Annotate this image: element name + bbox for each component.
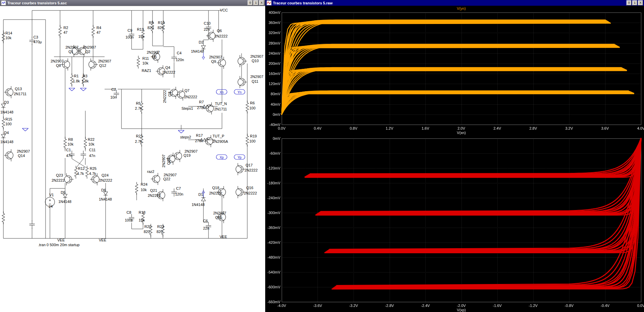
schematic-label[interactable]: C4: [177, 51, 181, 55]
schematic-label[interactable]: Q10: [252, 59, 259, 63]
schematic-label[interactable]: 100n: [125, 35, 134, 39]
schematic-label[interactable]: 2N2907: [162, 154, 166, 167]
schematic-label[interactable]: D2: [199, 40, 203, 44]
schematic-label[interactable]: 24: [49, 204, 53, 208]
schematic-label[interactable]: raz2: [147, 170, 154, 174]
schematic-label[interactable]: 15k: [138, 34, 144, 38]
schematic-label[interactable]: R12: [78, 166, 85, 171]
schematic-label[interactable]: 47n: [66, 154, 72, 158]
schematic-label[interactable]: V1: [49, 193, 54, 197]
schematic-label[interactable]: 10k: [142, 61, 148, 65]
schematic-label[interactable]: 820: [157, 230, 163, 234]
schematic-label[interactable]: 2N2905A: [213, 139, 228, 144]
schematic-label[interactable]: .tran 0 500m 20m startup: [38, 243, 80, 247]
minimize-button[interactable]: 0: [626, 0, 632, 5]
schematic-label[interactable]: R2: [63, 26, 68, 30]
schematic-label[interactable]: 820: [158, 26, 164, 30]
schematic-label[interactable]: 1N4148: [99, 197, 112, 201]
schematic-label[interactable]: 47: [63, 30, 67, 34]
waveform-pane-top[interactable]: [265, 6, 644, 135]
schematic-label[interactable]: VEE: [57, 238, 65, 242]
schematic-label[interactable]: 2N1711: [14, 92, 27, 96]
schematic-label[interactable]: Q1: [68, 50, 74, 54]
schematic-label[interactable]: R1: [74, 74, 79, 78]
schematic-label[interactable]: Q9: [211, 59, 216, 63]
schematic-label[interactable]: R22: [88, 137, 94, 141]
schematic-label[interactable]: R23: [157, 225, 164, 229]
schematic-label[interactable]: 1.8k: [82, 79, 89, 83]
schematic-label[interactable]: R9: [149, 21, 153, 25]
schematic-label[interactable]: 2N2907: [250, 75, 263, 79]
schematic-label[interactable]: R25: [90, 166, 96, 171]
schematic-canvas[interactable]: XnYnXpYpR1410kC3470µR247R447C9100nR1315k…: [0, 6, 265, 312]
net-flag[interactable]: Yp: [237, 156, 242, 159]
schematic-label[interactable]: D5: [61, 190, 65, 194]
schematic-label[interactable]: 270k: [195, 139, 203, 143]
schematic-label[interactable]: C2: [111, 87, 116, 92]
schematic-label[interactable]: TUT_P: [213, 134, 224, 138]
schematic-label[interactable]: 4.7k: [89, 172, 96, 176]
schematic-label[interactable]: Q15: [215, 215, 222, 219]
schematic-label[interactable]: D4: [4, 131, 9, 135]
schematic-label[interactable]: R4: [96, 26, 101, 30]
schematic-label[interactable]: D3: [4, 100, 9, 104]
schematic-label[interactable]: C1: [66, 148, 71, 152]
schematic-label[interactable]: 120n: [176, 58, 184, 62]
minimize-button[interactable]: 0: [248, 0, 253, 5]
net-flag[interactable]: Xn: [220, 90, 224, 94]
schematic-label[interactable]: Q7: [185, 88, 190, 93]
schematic-label[interactable]: 10k: [5, 36, 11, 40]
schematic-label[interactable]: 2N2222: [215, 34, 228, 38]
schematic-label[interactable]: 120n: [175, 192, 183, 196]
schematic-label[interactable]: Q5: [152, 55, 157, 59]
waveform-titlebar[interactable]: Traceur courbes transistors 5.raw 0 1 X: [265, 0, 644, 6]
schematic-label[interactable]: R8: [68, 137, 73, 141]
schematic-label[interactable]: 22n: [204, 27, 210, 31]
schematic-label[interactable]: 1N4148: [192, 203, 205, 207]
schematic-label[interactable]: Q16: [246, 186, 253, 190]
schematic-label[interactable]: Q22: [163, 177, 170, 181]
schematic-label[interactable]: R10: [158, 21, 165, 25]
schematic-label[interactable]: R21: [136, 134, 143, 138]
maximize-button[interactable]: 1: [253, 0, 258, 5]
schematic-label[interactable]: Q23: [56, 173, 63, 177]
schematic-label[interactable]: 2N2907: [51, 59, 64, 63]
schematic-label[interactable]: 2N2222: [52, 178, 65, 182]
schematic-label[interactable]: Q13: [15, 87, 22, 91]
schematic-label[interactable]: 47: [96, 30, 101, 34]
schematic-label[interactable]: R24: [141, 182, 147, 186]
schematic-label[interactable]: RAZ1: [142, 69, 151, 73]
schematic-label[interactable]: C10: [204, 21, 211, 25]
schematic-label[interactable]: Q19: [184, 153, 191, 157]
schematic-label[interactable]: Q4: [165, 66, 170, 70]
schematic-label[interactable]: 1N4148: [58, 200, 72, 204]
schematic-label[interactable]: C6: [203, 219, 208, 223]
schematic-label[interactable]: Q24: [102, 173, 109, 177]
schematic-label[interactable]: 820: [147, 26, 153, 30]
schematic-label[interactable]: Q11: [252, 79, 258, 83]
schematic-label[interactable]: R7: [199, 100, 204, 104]
schematic-label[interactable]: 2N2907: [250, 54, 263, 58]
schematic-label[interactable]: 2N2222: [184, 95, 197, 99]
schematic-label[interactable]: R14: [5, 31, 12, 35]
schematic-titlebar[interactable]: Traceur courbes transistors 5.asc 0 1 X: [0, 0, 265, 6]
schematic-label[interactable]: 2N2907: [98, 59, 111, 63]
schematic-label[interactable]: R13: [137, 27, 144, 31]
schematic-label[interactable]: 22n: [203, 226, 209, 230]
close-button[interactable]: X: [259, 0, 264, 5]
schematic-label[interactable]: Q17: [246, 163, 253, 167]
schematic-label[interactable]: 10k: [88, 142, 94, 146]
schematic-label[interactable]: 470µ: [33, 40, 42, 44]
schematic-label[interactable]: 2N2907: [17, 149, 30, 153]
schematic-label[interactable]: Q14: [18, 154, 25, 158]
schematic-label[interactable]: R3: [83, 74, 87, 78]
net-flag[interactable]: Xp: [220, 156, 224, 159]
schematic-label[interactable]: R5: [136, 101, 141, 105]
schematic-label[interactable]: R18: [139, 210, 145, 214]
schematic-label[interactable]: VEE: [220, 235, 227, 239]
schematic-label[interactable]: Q8: [56, 63, 61, 68]
schematic-label[interactable]: 2N2907: [164, 173, 177, 177]
schematic-label[interactable]: D6: [101, 188, 106, 192]
schematic-label[interactable]: 1N4148: [191, 49, 204, 53]
schematic-label[interactable]: 47n: [89, 154, 95, 158]
